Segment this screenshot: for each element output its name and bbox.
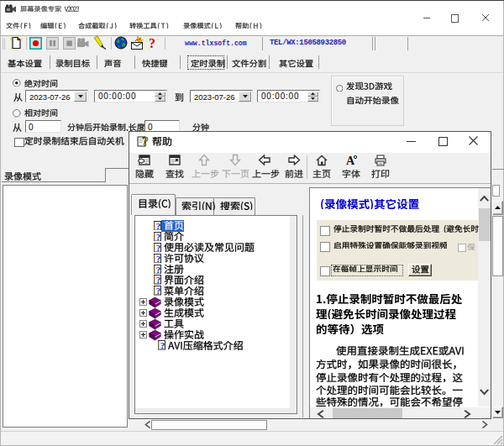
svg-text:?: ?: [142, 134, 149, 148]
svg-text:?: ?: [160, 340, 165, 350]
svg-text:?: ?: [156, 232, 161, 242]
svg-text:?: ?: [156, 221, 161, 231]
svg-text:?: ?: [156, 286, 161, 296]
svg-text:?: ?: [156, 243, 161, 253]
svg-text:?: ?: [156, 265, 161, 275]
svg-text:?: ?: [156, 254, 161, 264]
svg-text:?: ?: [149, 36, 155, 50]
svg-text:?: ?: [156, 275, 161, 285]
